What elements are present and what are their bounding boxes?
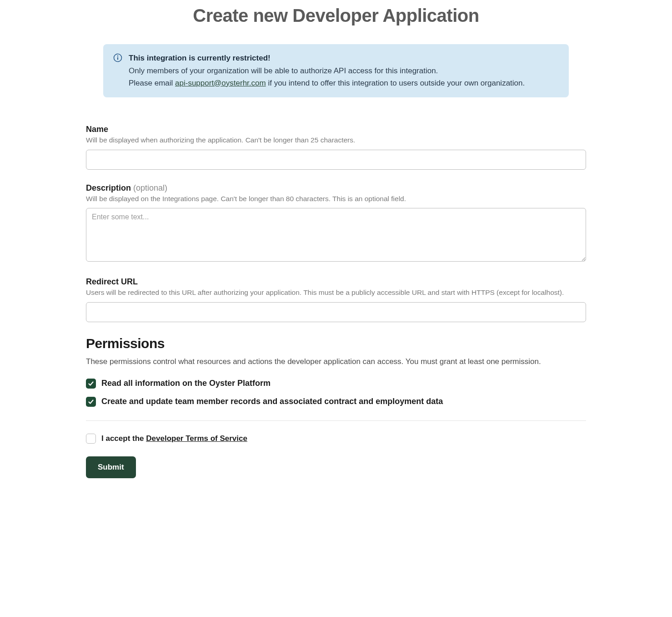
terms-prefix: I accept the: [101, 434, 146, 443]
redirect-url-help: Users will be redirected to this URL aft…: [86, 288, 586, 298]
name-field-group: Name Will be displayed when authorizing …: [86, 125, 586, 170]
redirect-url-label: Redirect URL: [86, 277, 586, 287]
description-input[interactable]: [86, 208, 586, 262]
info-banner-line2-prefix: Please email: [129, 79, 175, 87]
redirect-url-input[interactable]: [86, 302, 586, 322]
permission-checkbox-read[interactable]: [86, 379, 96, 389]
permission-label: Create and update team member records an…: [101, 397, 443, 406]
info-icon: [113, 53, 122, 62]
terms-row: I accept the Developer Terms of Service: [86, 434, 586, 444]
description-optional-tag: (optional): [133, 183, 167, 192]
permissions-help: These permissions control what resources…: [86, 356, 586, 368]
terms-label: I accept the Developer Terms of Service: [101, 434, 247, 443]
info-banner-body: This integration is currently restricted…: [129, 52, 525, 89]
info-banner-heading: This integration is currently restricted…: [129, 52, 525, 64]
svg-rect-2: [117, 57, 118, 60]
description-field-group: Description (optional) Will be displayed…: [86, 183, 586, 264]
info-banner: This integration is currently restricted…: [103, 44, 569, 97]
info-banner-email-link[interactable]: api-support@oysterhr.com: [175, 79, 266, 87]
description-label-text: Description: [86, 183, 131, 192]
permission-checkbox-write[interactable]: [86, 397, 96, 407]
info-banner-line2-suffix: if you intend to offer this integration …: [266, 79, 525, 87]
redirect-url-field-group: Redirect URL Users will be redirected to…: [86, 277, 586, 322]
permissions-heading: Permissions: [86, 336, 586, 351]
info-banner-line1: Only members of your organization will b…: [129, 66, 438, 75]
permission-row: Read all information on the Oyster Platf…: [86, 379, 586, 389]
terms-link[interactable]: Developer Terms of Service: [146, 434, 247, 443]
permission-label: Read all information on the Oyster Platf…: [101, 379, 271, 388]
name-label: Name: [86, 125, 586, 134]
page-title: Create new Developer Application: [86, 5, 586, 26]
terms-checkbox[interactable]: [86, 434, 96, 444]
divider: [86, 420, 586, 421]
name-help: Will be displayed when authorizing the a…: [86, 135, 586, 145]
name-input[interactable]: [86, 150, 586, 170]
description-label: Description (optional): [86, 183, 586, 193]
permission-row: Create and update team member records an…: [86, 397, 586, 407]
submit-button[interactable]: Submit: [86, 456, 136, 478]
description-help: Will be displayed on the Integrations pa…: [86, 194, 586, 204]
svg-point-1: [117, 56, 118, 56]
